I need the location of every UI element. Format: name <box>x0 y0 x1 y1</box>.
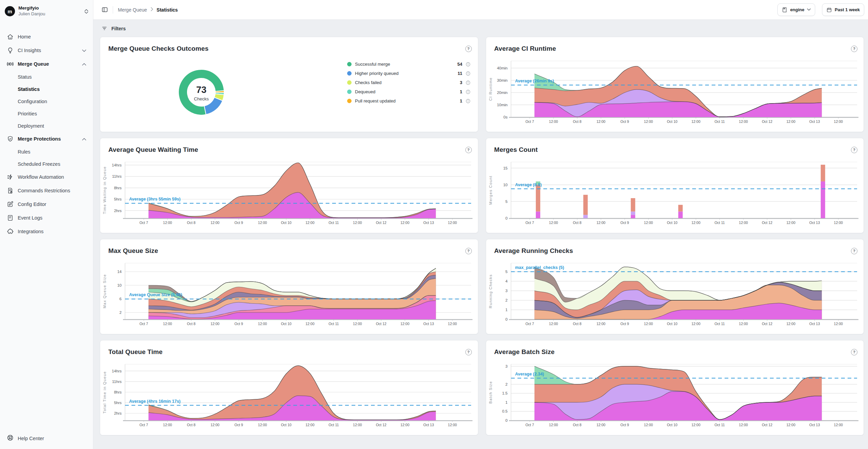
sidebar-item-deployment[interactable]: Deployment <box>0 120 90 132</box>
legend-row-dequeued[interactable]: Dequeued1 <box>347 87 470 96</box>
svg-text:15: 15 <box>503 166 508 170</box>
help-icon[interactable]: ? <box>465 349 472 355</box>
info-icon[interactable] <box>466 62 470 67</box>
svg-text:12:00: 12:00 <box>691 119 700 124</box>
svg-text:Oct 11: Oct 11 <box>328 423 339 427</box>
sidebar-item-integrations[interactable]: Integrations <box>0 225 90 238</box>
svg-text:Oct 13: Oct 13 <box>423 221 434 225</box>
svg-text:Oct 7: Oct 7 <box>525 119 534 124</box>
sidebar-item-status[interactable]: Status <box>0 71 90 83</box>
svg-text:Oct 7: Oct 7 <box>139 221 148 225</box>
breadcrumb: Merge Queue Statistics <box>118 7 178 13</box>
help-center-label: Help Center <box>18 436 44 441</box>
svg-text:14: 14 <box>117 270 122 274</box>
sidebar-item-label: Home <box>18 34 31 39</box>
sidebar-item-home[interactable]: Home <box>0 30 90 44</box>
sidebar-nav: HomeCI InsightsMerge QueueStatusStatisti… <box>0 22 93 238</box>
svg-text:12:00: 12:00 <box>644 322 653 326</box>
repo-select-button[interactable]: engine <box>777 3 815 16</box>
legend-row-higher-priority-queued[interactable]: Higher priority queued11 <box>347 69 470 78</box>
svg-text:Oct 12: Oct 12 <box>762 221 772 225</box>
svg-text:Oct 8: Oct 8 <box>573 221 581 225</box>
svg-text:Oct 11: Oct 11 <box>714 423 725 427</box>
content: Merge Queue Checks Outcomes ? 73ChecksSu… <box>93 31 868 449</box>
svg-text:12:00: 12:00 <box>739 423 748 427</box>
sidebar-item-priorities[interactable]: Priorities <box>0 108 90 120</box>
org-switcher-chevrons-icon[interactable] <box>84 9 88 14</box>
sidebar-item-workflow-automation[interactable]: Workflow Automation <box>0 170 90 184</box>
svg-text:Oct 11: Oct 11 <box>328 322 339 326</box>
org-switcher[interactable]: m Mergifyio Julien Danjou <box>0 0 93 22</box>
card-merges-count: Merges Count ? 051015Oct 712:00Oct 812:0… <box>486 138 864 233</box>
help-icon[interactable]: ? <box>851 248 857 254</box>
sidebar-item-event-logs[interactable]: Event Logs <box>0 211 90 225</box>
card-average-batch-size: Average Batch Size ? 00.511.523Oct 712:0… <box>486 340 864 435</box>
help-icon[interactable]: ? <box>851 46 857 52</box>
svg-text:CI Runtime: CI Runtime <box>489 77 493 101</box>
chart-title: Average Batch Size <box>494 348 555 356</box>
svg-text:Oct 13: Oct 13 <box>809 221 820 225</box>
svg-text:12:00: 12:00 <box>596 119 605 124</box>
svg-text:2hrs: 2hrs <box>114 209 122 213</box>
svg-text:12:00: 12:00 <box>258 221 267 225</box>
filters-label[interactable]: Filters <box>111 26 126 31</box>
info-icon[interactable] <box>466 71 470 76</box>
sidebar-item-merge-queue[interactable]: Merge Queue <box>0 57 90 71</box>
svg-text:Average Queue Size (5.96): Average Queue Size (5.96) <box>129 292 182 297</box>
bar-chart[interactable]: 051015Oct 712:00Oct 812:00Oct 912:00Oct … <box>486 155 864 232</box>
sidebar-item-ci-insights[interactable]: CI Insights <box>0 44 90 57</box>
svg-text:12:00: 12:00 <box>644 423 653 427</box>
help-center-link[interactable]: Help Center <box>7 434 44 442</box>
sidebar-item-rules[interactable]: Rules <box>0 146 90 158</box>
svg-text:Oct 11: Oct 11 <box>714 221 725 225</box>
sidebar-item-configuration[interactable]: Configuration <box>0 95 90 108</box>
sidebar-toggle-icon[interactable] <box>102 6 108 13</box>
breadcrumb-merge-queue[interactable]: Merge Queue <box>118 7 147 13</box>
svg-text:12:00: 12:00 <box>834 119 842 124</box>
sidebar-item-statistics[interactable]: Statistics <box>0 83 90 95</box>
svg-text:12:00: 12:00 <box>400 322 409 326</box>
svg-text:5hrs: 5hrs <box>114 401 122 405</box>
legend-color-dot <box>347 71 352 76</box>
area-chart[interactable]: 2hrs5hrs8hrs11hrs14hrsOct 712:00Oct 812:… <box>100 357 478 434</box>
svg-text:12:00: 12:00 <box>739 119 748 124</box>
area-chart[interactable]: 0s10min20min30min40minOct 712:00Oct 812:… <box>486 54 864 131</box>
sidebar-item-config-editor[interactable]: Config Editor <box>0 197 90 211</box>
chart-title: Max Queue Size <box>108 247 158 255</box>
merge-queue-icon <box>7 61 14 67</box>
svg-text:Oct 7: Oct 7 <box>525 221 534 225</box>
sidebar-item-scheduled-freezes[interactable]: Scheduled Freezes <box>0 158 90 170</box>
help-icon[interactable]: ? <box>851 349 857 355</box>
info-icon[interactable] <box>466 90 470 94</box>
sidebar-item-label: Statistics <box>18 86 40 92</box>
area-chart[interactable]: 012345Oct 712:00Oct 812:00Oct 912:00Oct … <box>486 256 864 333</box>
info-icon[interactable] <box>466 99 470 103</box>
svg-text:12:00: 12:00 <box>163 423 172 427</box>
filters-icon[interactable] <box>102 26 107 31</box>
sidebar-item-merge-protections[interactable]: Merge Protections <box>0 132 90 146</box>
sidebar-item-commands-restrictions[interactable]: Commands Restrictions <box>0 184 90 197</box>
help-icon[interactable]: ? <box>465 46 472 52</box>
svg-text:0s: 0s <box>503 115 507 119</box>
svg-text:12:00: 12:00 <box>258 322 267 326</box>
help-icon[interactable]: ? <box>851 147 857 153</box>
legend-row-successful-merge[interactable]: Successful merge54 <box>347 60 470 69</box>
svg-text:Oct 8: Oct 8 <box>573 423 581 427</box>
svg-text:8hrs: 8hrs <box>114 390 122 394</box>
help-icon[interactable]: ? <box>465 248 472 254</box>
svg-text:Oct 12: Oct 12 <box>762 322 772 326</box>
area-chart[interactable]: 261014Oct 712:00Oct 812:00Oct 912:00Oct … <box>100 256 478 333</box>
legend-row-checks-failed[interactable]: Checks failed3 <box>347 78 470 87</box>
lightbulb-icon <box>7 47 14 54</box>
sidebar-item-label: Status <box>18 74 32 80</box>
info-icon[interactable] <box>466 80 470 85</box>
date-range-button[interactable]: Past 1 week <box>822 3 864 16</box>
area-chart[interactable]: 2hrs5hrs8hrs11hrs14hrsOct 712:00Oct 812:… <box>100 155 478 232</box>
area-chart[interactable]: 00.511.523Oct 712:00Oct 812:00Oct 912:00… <box>486 357 864 434</box>
calendar-icon <box>826 7 832 13</box>
legend-row-pull-request-updated[interactable]: Pull request updated1 <box>347 96 470 106</box>
help-icon[interactable]: ? <box>465 147 472 153</box>
svg-text:2hrs: 2hrs <box>114 411 122 415</box>
svg-text:Oct 12: Oct 12 <box>762 119 772 124</box>
donut-chart[interactable]: 73ChecksSuccessful merge54Higher priorit… <box>100 54 478 131</box>
